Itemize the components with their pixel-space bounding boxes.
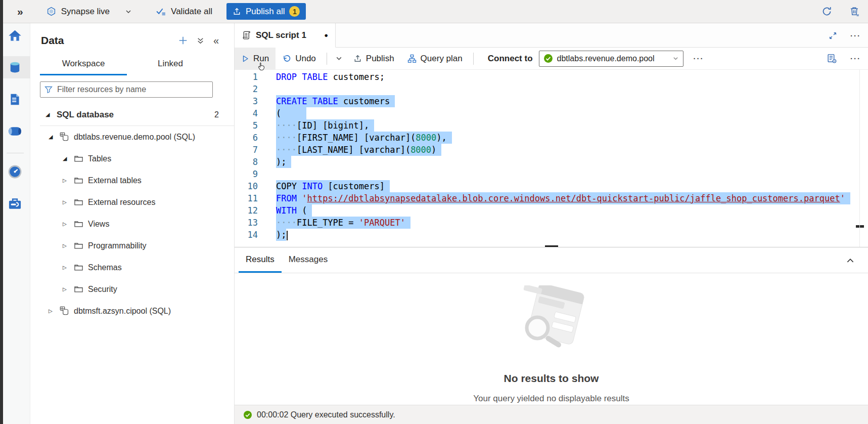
- expand-icon[interactable]: ▷: [49, 308, 56, 314]
- rail-item-home[interactable]: [0, 24, 30, 47]
- line-content: ····[LAST_NAME] [varchar](8000): [276, 144, 441, 156]
- tree-section-sql-database[interactable]: ◢ SQL database 2: [30, 104, 234, 125]
- refresh-icon[interactable]: [821, 6, 832, 17]
- collapse-icon[interactable]: ◢: [49, 134, 56, 140]
- code-line-10[interactable]: 10COPY INTO [customers]: [235, 180, 868, 192]
- code-line-4[interactable]: 4(: [235, 107, 868, 119]
- expand-icon[interactable]: ▷: [63, 178, 70, 183]
- selection-highlight: );: [276, 229, 286, 241]
- line-content: WITH (: [276, 204, 312, 217]
- publish-label: Publish: [366, 54, 394, 64]
- tab-sql-script-1[interactable]: SQL script 1 ●: [235, 23, 336, 48]
- add-resource-icon[interactable]: [178, 36, 188, 45]
- undo-icon: [282, 54, 291, 63]
- collapse-icon[interactable]: ◢: [63, 155, 70, 162]
- tree-item-programmability[interactable]: ▷Programmability: [30, 235, 234, 257]
- unsaved-changes-dot: ●: [324, 31, 328, 39]
- query-plan-button[interactable]: Query plan: [401, 48, 469, 70]
- data-panel: Data « Workspace Linked ◢: [30, 23, 235, 424]
- folder-icon: [74, 263, 83, 272]
- tree-item-security[interactable]: ▷Security: [30, 278, 234, 300]
- rail-item-monitor[interactable]: [0, 160, 30, 183]
- resource-tree: ◢ SQL database 2 ◢dbtlabs.revenue.demo.p…: [30, 104, 234, 322]
- code-line-3[interactable]: 3CREATE TABLE customers: [235, 95, 868, 107]
- code-line-8[interactable]: 8);: [235, 156, 868, 168]
- tree-item-schemas[interactable]: ▷Schemas: [30, 257, 234, 278]
- window-edge-strip: [0, 0, 3, 424]
- collapse-all-icon[interactable]: [196, 36, 205, 45]
- monitor-gauge-icon: [8, 164, 22, 179]
- rail-item-develop[interactable]: [0, 88, 30, 110]
- line-content: CREATE TABLE customers: [276, 95, 395, 107]
- line-content: [276, 168, 286, 180]
- code-line-14[interactable]: 14);: [235, 229, 868, 241]
- toolbar-more-icon[interactable]: ···: [694, 54, 704, 63]
- publish-button[interactable]: Publish: [347, 48, 401, 70]
- line-number: 8: [235, 156, 258, 168]
- code-line-5[interactable]: 5····[ID] [bigint],: [235, 119, 868, 132]
- validate-check-icon: [156, 7, 166, 16]
- code-line-9[interactable]: 9: [235, 168, 868, 180]
- tree-item-dbtmsft-azsyn-cipool-sql[interactable]: ▷dbtmsft.azsyn.cipool (SQL): [30, 300, 234, 322]
- code-line-7[interactable]: 7····[LAST_NAME] [varchar](8000): [235, 144, 868, 156]
- selection-highlight: WITH (: [276, 204, 312, 217]
- code-line-13[interactable]: 13····FILE_TYPE = 'PARQUET': [235, 217, 868, 229]
- code-line-1[interactable]: 1DROP TABLE customers;: [235, 71, 868, 83]
- filter-input[interactable]: [57, 85, 208, 94]
- tree-item-dbtlabs-revenue-demo-pool-sql[interactable]: ◢dbtlabs.revenue.demo.pool (SQL): [30, 126, 234, 148]
- undo-button[interactable]: Undo: [276, 48, 323, 70]
- scrollbar-cursor-marker[interactable]: [856, 225, 864, 228]
- tab-workspace[interactable]: Workspace: [40, 55, 127, 75]
- run-options-chevron[interactable]: [331, 48, 347, 70]
- chevron-down-icon: [125, 8, 132, 15]
- code-line-6[interactable]: 6····[FIRST_NAME] [varchar](8000),: [235, 132, 868, 144]
- publish-all-button[interactable]: Publish all 1: [226, 3, 306, 20]
- collapse-panel-icon[interactable]: «: [213, 35, 219, 46]
- tree-item-external-resources[interactable]: ▷External resources: [30, 191, 234, 213]
- tab-title: SQL script 1: [256, 30, 306, 40]
- tree-item-views[interactable]: ▷Views: [30, 213, 234, 235]
- script-properties-icon[interactable]: [827, 53, 837, 64]
- collapse-icon[interactable]: ◢: [45, 111, 53, 118]
- tree-item-label: dbtmsft.azsyn.cipool (SQL): [74, 307, 171, 316]
- discard-trash-icon[interactable]: [849, 6, 860, 17]
- expand-icon[interactable]: ▷: [63, 265, 70, 270]
- synapse-live-dropdown[interactable]: Synapse live: [47, 7, 132, 17]
- rail-item-integrate[interactable]: [0, 120, 30, 142]
- rail-item-data[interactable]: [0, 56, 30, 78]
- undo-label: Undo: [295, 54, 316, 64]
- editor-toolbar: Run Undo Publish: [235, 48, 868, 70]
- expand-editor-icon[interactable]: [829, 31, 837, 40]
- no-results-illustration: [501, 285, 602, 352]
- rail-item-manage[interactable]: [0, 192, 30, 215]
- sql-code-editor[interactable]: 1DROP TABLE customers;23CREATE TABLE cus…: [235, 70, 868, 247]
- tab-messages[interactable]: Messages: [282, 247, 335, 273]
- expand-icon[interactable]: ▷: [63, 243, 70, 248]
- empty-results-title: No results to show: [504, 372, 599, 385]
- run-button[interactable]: Run: [235, 48, 276, 70]
- code-line-11[interactable]: 11FROM 'https://dbtlabsynapsedatalake.bl…: [235, 192, 868, 204]
- selection-highlight: );: [276, 156, 291, 168]
- tab-linked[interactable]: Linked: [127, 55, 214, 75]
- code-line-12[interactable]: 12WITH (: [235, 204, 868, 217]
- tree-item-tables[interactable]: ◢Tables: [30, 148, 234, 169]
- data-panel-tabs: Workspace Linked: [40, 55, 214, 75]
- validate-all-button[interactable]: Validate all: [151, 7, 212, 17]
- tab-more-icon[interactable]: ···: [850, 31, 861, 40]
- tree-item-external-tables[interactable]: ▷External tables: [30, 169, 234, 191]
- line-number: 5: [235, 119, 258, 132]
- collapse-results-chevron-icon[interactable]: [846, 247, 855, 273]
- results-tab-bar: Results Messages: [235, 247, 868, 273]
- data-cylinder-icon: [8, 61, 22, 74]
- expand-icon[interactable]: ▷: [63, 286, 70, 292]
- pool-select-dropdown[interactable]: dbtlabs.revenue.demo.pool: [539, 51, 683, 67]
- sql-script-icon: [242, 30, 251, 40]
- line-content: FROM 'https://dbtlabsynapsedatalake.blob…: [276, 192, 850, 204]
- expand-panel-icon[interactable]: »: [17, 6, 23, 18]
- line-content: COPY INTO [customers]: [276, 180, 390, 192]
- tab-results[interactable]: Results: [239, 247, 282, 273]
- expand-icon[interactable]: ▷: [63, 221, 70, 227]
- expand-icon[interactable]: ▷: [63, 199, 70, 205]
- toolbar-right-more-icon[interactable]: ···: [850, 54, 861, 63]
- code-line-2[interactable]: 2: [235, 83, 868, 95]
